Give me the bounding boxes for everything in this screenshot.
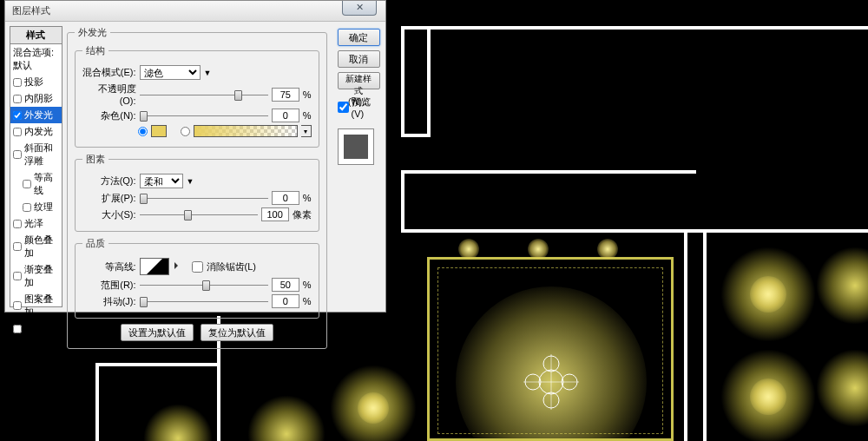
noise-input[interactable] xyxy=(272,109,299,122)
jitter-unit: % xyxy=(303,296,312,306)
elements-fieldset: 图素 方法(Q): 柔和 ▼ 扩展(P): % 大小(S): xyxy=(75,153,319,232)
gradient-dropdown-icon[interactable]: ▾ xyxy=(301,125,312,137)
range-unit: % xyxy=(303,280,312,290)
size-slider[interactable] xyxy=(140,208,258,220)
style-checkbox[interactable] xyxy=(13,301,22,310)
style-item-4[interactable]: 内发光 xyxy=(10,123,62,140)
titlebar[interactable]: 图层样式 ✕ xyxy=(5,1,385,22)
style-checkbox[interactable] xyxy=(13,150,22,159)
reset-default-button[interactable]: 复位为默认值 xyxy=(201,324,273,341)
opacity-input[interactable] xyxy=(272,88,299,102)
style-item-label: 纹理 xyxy=(34,201,53,214)
spread-label: 扩展(P): xyxy=(82,192,136,205)
style-checkbox[interactable] xyxy=(23,203,31,212)
dropdown-arrow-icon[interactable]: ▼ xyxy=(187,177,194,186)
style-item-1[interactable]: 投影 xyxy=(10,74,62,90)
close-icon: ✕ xyxy=(356,2,364,12)
jitter-slider[interactable] xyxy=(140,295,268,307)
blend-mode-label: 混合模式(E): xyxy=(82,66,136,79)
style-checkbox[interactable] xyxy=(13,272,22,280)
opacity-label: 不透明度(O): xyxy=(82,82,136,106)
style-item-label: 内阴影 xyxy=(24,92,53,105)
style-item-11[interactable]: 图案叠加 xyxy=(10,291,62,320)
glow-color-swatch[interactable] xyxy=(151,125,167,137)
jitter-input[interactable] xyxy=(272,294,299,308)
preview-label: 预览(V) xyxy=(352,95,380,119)
size-input[interactable] xyxy=(261,207,289,221)
style-item-label: 外发光 xyxy=(24,109,53,122)
ok-button[interactable]: 确定 xyxy=(338,29,380,46)
style-item-label: 内发光 xyxy=(24,125,53,138)
style-item-label: 描边 xyxy=(24,322,43,335)
set-default-button[interactable]: 设置为默认值 xyxy=(121,324,194,341)
style-checkbox[interactable] xyxy=(13,128,22,136)
close-button[interactable]: ✕ xyxy=(342,1,377,16)
antialias-checkbox[interactable] xyxy=(192,261,203,273)
layer-style-dialog: 图层样式 ✕ 样式 混合选项:默认投影内阴影外发光内发光斜面和浮雕等高线纹理光泽… xyxy=(4,0,386,313)
range-input[interactable] xyxy=(272,278,299,292)
style-item-5[interactable]: 斜面和浮雕 xyxy=(10,140,62,169)
style-checkbox[interactable] xyxy=(13,78,22,87)
range-slider[interactable] xyxy=(140,279,268,291)
style-checkbox[interactable] xyxy=(13,95,22,103)
opacity-slider[interactable] xyxy=(140,89,268,101)
style-checkbox[interactable] xyxy=(13,220,22,228)
spread-unit: % xyxy=(303,193,312,203)
technique-select[interactable]: 柔和 xyxy=(140,174,183,188)
blend-mode-select[interactable]: 滤色 xyxy=(140,65,201,80)
style-item-6[interactable]: 等高线 xyxy=(10,169,62,199)
style-item-label: 投影 xyxy=(24,76,43,89)
style-item-0[interactable]: 混合选项:默认 xyxy=(10,44,62,74)
contour-label: 等高线: xyxy=(82,260,136,273)
antialias-label: 消除锯齿(L) xyxy=(207,260,256,273)
size-label: 大小(S): xyxy=(82,208,136,221)
styles-header: 样式 xyxy=(10,27,62,44)
range-label: 范围(R): xyxy=(82,279,136,292)
style-item-12[interactable]: 描边 xyxy=(10,320,62,337)
preview-checkbox-row[interactable]: 预览(V) xyxy=(338,95,380,119)
style-checkbox[interactable] xyxy=(13,325,22,333)
cancel-button[interactable]: 取消 xyxy=(338,50,380,68)
styles-panel: 样式 混合选项:默认投影内阴影外发光内发光斜面和浮雕等高线纹理光泽颜色叠加渐变叠… xyxy=(10,26,62,307)
gradient-radio[interactable] xyxy=(181,127,190,136)
spread-slider[interactable] xyxy=(140,192,268,204)
actions-panel: 确定 取消 新建样式(W)... 预览(V) xyxy=(332,22,385,312)
style-item-10[interactable]: 渐变叠加 xyxy=(10,261,62,291)
style-item-label: 渐变叠加 xyxy=(24,263,59,289)
style-item-7[interactable]: 纹理 xyxy=(10,199,62,215)
dialog-title: 图层样式 xyxy=(12,4,50,17)
style-checkbox[interactable] xyxy=(13,111,22,120)
preview-checkbox[interactable] xyxy=(338,102,349,113)
preview-swatch xyxy=(338,128,374,165)
elements-legend: 图素 xyxy=(82,153,108,166)
style-item-label: 斜面和浮雕 xyxy=(24,142,59,168)
settings-panel: 外发光 结构 混合模式(E): 滤色 ▼ 不透明度(O): % xyxy=(67,22,332,312)
contour-picker[interactable] xyxy=(140,258,169,275)
style-item-label: 光泽 xyxy=(24,217,43,230)
size-unit: 像素 xyxy=(293,208,312,221)
style-item-3[interactable]: 外发光 xyxy=(10,107,62,123)
quality-fieldset: 品质 等高线: 消除锯齿(L) 范围(R): % xyxy=(75,237,319,319)
structure-fieldset: 结构 混合模式(E): 滤色 ▼ 不透明度(O): % 杂色(N): xyxy=(75,44,319,148)
style-item-9[interactable]: 颜色叠加 xyxy=(10,232,62,261)
outer-glow-legend: 外发光 xyxy=(75,26,110,39)
technique-label: 方法(Q): xyxy=(82,174,136,188)
outer-glow-fieldset: 外发光 结构 混合模式(E): 滤色 ▼ 不透明度(O): % xyxy=(67,26,327,349)
style-item-label: 图案叠加 xyxy=(24,293,59,319)
style-checkbox[interactable] xyxy=(13,242,22,251)
quality-legend: 品质 xyxy=(82,237,108,250)
style-item-label: 等高线 xyxy=(34,171,59,197)
new-style-button[interactable]: 新建样式(W)... xyxy=(338,72,380,89)
style-item-label: 颜色叠加 xyxy=(24,234,59,260)
noise-label: 杂色(N): xyxy=(82,109,136,122)
style-item-2[interactable]: 内阴影 xyxy=(10,90,62,107)
structure-legend: 结构 xyxy=(82,44,108,57)
dropdown-arrow-icon[interactable]: ▼ xyxy=(204,69,212,77)
color-radio[interactable] xyxy=(138,127,148,136)
style-item-8[interactable]: 光泽 xyxy=(10,215,62,232)
style-checkbox[interactable] xyxy=(23,180,31,188)
noise-slider[interactable] xyxy=(140,109,268,122)
spread-input[interactable] xyxy=(272,191,299,205)
jitter-label: 抖动(J): xyxy=(82,295,136,308)
glow-gradient-swatch[interactable] xyxy=(194,125,298,137)
